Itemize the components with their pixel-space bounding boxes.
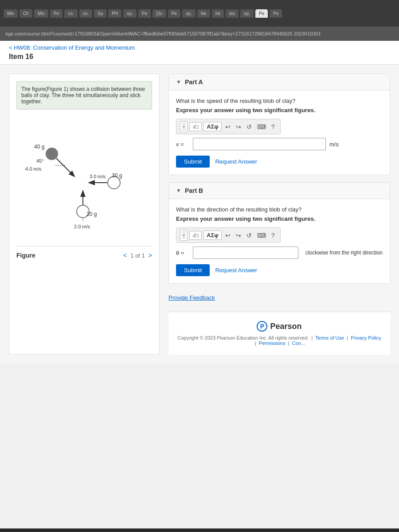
part-b-sqrt-button[interactable]: √□ (189, 231, 202, 240)
tab-ch[interactable]: Ch (20, 9, 32, 18)
tab-sc[interactable]: [Sc (153, 9, 166, 18)
figure-next-arrow[interactable]: > (149, 252, 152, 259)
part-b-help-button[interactable]: ? (270, 231, 277, 240)
part-a-submit-button[interactable]: Submit (176, 156, 210, 168)
help-button[interactable]: ? (270, 122, 277, 131)
part-b-section: ▼ Part B What is the direction of the re… (168, 182, 390, 284)
contact-link[interactable]: Con... (292, 340, 305, 346)
part-a-math-toolbar: □ □ √□ ΑΣφ ↩ ↪ ↺ ⌨ ? (176, 119, 281, 134)
permissions-link[interactable]: Permissions (259, 340, 286, 346)
figure-prev-arrow[interactable]: < (123, 252, 127, 259)
svg-text:3.0 m/s: 3.0 m/s (90, 174, 106, 179)
tab-min2[interactable]: Min (34, 9, 48, 18)
copyright-text: Copyright © 2023 Pearson Education Inc. … (177, 335, 381, 346)
part-a-instruction: Express your answer using two significan… (176, 107, 383, 113)
physics-diagram: 40 g 45° 4.0 m/s (16, 118, 152, 243)
part-b-answer-input[interactable] (193, 246, 298, 259)
part-b-refresh-button[interactable]: ↺ (245, 231, 254, 240)
part-a-unit: m/s (329, 141, 339, 148)
tab-co2[interactable]: co. (79, 9, 92, 18)
svg-line-0 (56, 158, 74, 176)
tab-pe1[interactable]: Pe (50, 9, 63, 18)
part-b-undo-button[interactable]: ↩ (223, 231, 232, 240)
part-b-header[interactable]: ▼ Part B (169, 183, 390, 199)
figure-panel: The figure(Figure 1) shows a collision b… (9, 74, 160, 355)
part-a-input-label: v = (176, 141, 189, 148)
page-title: Item 16 (9, 53, 390, 61)
part-a-question: What is the speed of the resulting blob … (176, 98, 383, 104)
tab-int[interactable]: Int (212, 9, 224, 18)
part-b-input-label: θ = (176, 250, 189, 256)
svg-text:20 g: 20 g (86, 211, 97, 217)
privacy-policy-link[interactable]: Privacy Policy (351, 335, 381, 340)
problem-panel: ▼ Part A What is the speed of the result… (168, 74, 390, 355)
svg-text:2.0 m/s: 2.0 m/s (74, 224, 90, 229)
part-b-fraction-button[interactable]: □ □ (180, 230, 188, 241)
pearson-p-icon: P (257, 321, 267, 332)
tab-sa[interactable]: Sa (94, 9, 106, 18)
part-a-answer-input[interactable] (193, 138, 326, 150)
undo-button[interactable]: ↩ (223, 122, 232, 131)
sqrt-button[interactable]: √□ (189, 122, 202, 131)
part-b-math-toolbar: □ □ √□ ΑΣφ ↩ ↪ ↺ ⌨ ? (176, 227, 281, 243)
tab-min1[interactable]: Min (4, 9, 18, 18)
tab-co1[interactable]: co. (64, 9, 77, 18)
fraction-button[interactable]: □ □ (180, 121, 188, 132)
breadcrumb[interactable]: < HW08: Conservation of Energy and Momen… (9, 44, 390, 51)
keyboard-button[interactable]: ⌨ (255, 122, 268, 131)
part-b-title: Part B (185, 187, 203, 194)
part-b-redo-button[interactable]: ↪ (234, 231, 243, 240)
part-b-keyboard-button[interactable]: ⌨ (255, 231, 268, 240)
tab-pe2[interactable]: Pe (138, 9, 151, 18)
tab-op1[interactable]: op. (123, 9, 137, 18)
svg-text:30 g: 30 g (112, 172, 122, 179)
page-footer: P Pearson Copyright © 2023 Pearson Educa… (168, 312, 390, 355)
tab-pe-last[interactable]: Pe (270, 9, 282, 18)
part-b-direction-label: clockwise from the right direction (305, 250, 383, 256)
url-text: ege.com/course.html?courseid=17916803&Op… (5, 31, 321, 36)
part-a-title: Part A (185, 78, 203, 86)
part-b-body: What is the direction of the resulting b… (169, 199, 390, 283)
svg-text:4.0 m/s: 4.0 m/s (25, 166, 42, 172)
figure-label: Figure (16, 252, 35, 259)
tab-op2[interactable]: op. (182, 9, 196, 18)
part-a-section: ▼ Part A What is the speed of the result… (168, 74, 390, 175)
part-a-request-answer-link[interactable]: Request Answer (215, 158, 257, 165)
refresh-button[interactable]: ↺ (245, 122, 254, 131)
tab-ne[interactable]: Ne (197, 9, 210, 18)
part-b-submit-button[interactable]: Submit (176, 264, 210, 276)
redo-button[interactable]: ↪ (234, 122, 243, 131)
ase-button[interactable]: ΑΣφ (203, 122, 222, 131)
part-b-request-answer-link[interactable]: Request Answer (215, 267, 257, 274)
figure-description: The figure(Figure 1) shows a collision b… (21, 86, 147, 105)
figure-nav-controls[interactable]: < 1 of 1 > (123, 252, 152, 259)
pearson-brand-text: Pearson (270, 322, 301, 331)
feedback-section: Provide Feedback (168, 291, 390, 305)
tab-ph[interactable]: PH (108, 9, 121, 18)
figure-page-indicator: 1 of 1 (130, 252, 145, 259)
svg-text:40 g: 40 g (34, 144, 44, 150)
part-b-instruction: Express your answer using two significan… (176, 215, 383, 222)
tab-pe3[interactable]: Pe (168, 9, 180, 18)
part-b-ase-button[interactable]: ΑΣφ (203, 231, 222, 240)
page-header: < HW08: Conservation of Energy and Momen… (0, 41, 399, 65)
part-a-chevron: ▼ (176, 79, 181, 85)
part-a-btn-row: Submit Request Answer (176, 156, 383, 168)
address-bar[interactable]: ege.com/course.html?courseid=17916803&Op… (0, 27, 399, 41)
part-a-header[interactable]: ▼ Part A (169, 74, 390, 90)
svg-text:45°: 45° (36, 158, 44, 164)
ball-40g (46, 148, 58, 160)
tab-stu[interactable]: stu (226, 9, 239, 18)
terms-of-use-link[interactable]: Terms of Use (315, 335, 344, 340)
part-a-body: What is the speed of the resulting blob … (169, 90, 390, 175)
part-a-input-row: v = m/s (176, 138, 383, 150)
part-b-chevron: ▼ (176, 188, 181, 194)
browser-tabs: Min Ch Min Pe co. co. Sa PH op. Pe [Sc P… (0, 0, 399, 27)
figure-navigation: Figure < 1 of 1 > (16, 246, 152, 259)
tab-pe-active[interactable]: Pe (255, 9, 268, 18)
part-b-input-row: θ = clockwise from the right direction (176, 246, 383, 259)
part-b-question: What is the direction of the resulting b… (176, 206, 383, 213)
tab-op3[interactable]: op. (240, 9, 254, 18)
content-body: The figure(Figure 1) shows a collision b… (0, 65, 399, 364)
provide-feedback-link[interactable]: Provide Feedback (168, 291, 390, 305)
